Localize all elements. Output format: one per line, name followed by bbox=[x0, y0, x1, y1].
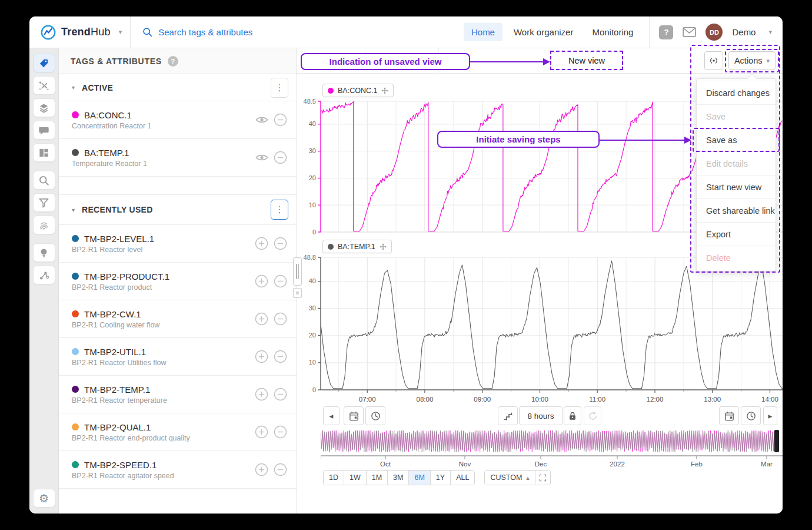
live-mode-button[interactable] bbox=[704, 51, 723, 70]
end-time-button[interactable] bbox=[741, 406, 761, 425]
add-circle-icon[interactable] bbox=[255, 274, 268, 288]
remove-circle-icon[interactable] bbox=[274, 312, 287, 326]
sidebar-search-button[interactable] bbox=[33, 171, 55, 190]
nav-link-monitoring[interactable]: Monitoring bbox=[584, 23, 641, 41]
remove-circle-icon[interactable] bbox=[274, 274, 287, 288]
remove-circle-icon[interactable] bbox=[274, 113, 287, 127]
lock-duration-button[interactable] bbox=[564, 406, 581, 425]
user-name[interactable]: Demo bbox=[732, 27, 756, 37]
tag-row[interactable]: TM-BP2-LEVEL.1BP2-R1 Reactor level bbox=[59, 225, 297, 263]
trend-chart-temp[interactable]: 01020304048.807:0008:0009:0010:0011:0012… bbox=[297, 251, 783, 422]
tag-row-controls bbox=[255, 312, 287, 326]
start-time-button[interactable] bbox=[365, 406, 385, 425]
pan-left-button[interactable]: ◂ bbox=[323, 406, 340, 425]
end-date-button[interactable] bbox=[719, 406, 739, 425]
eye-icon[interactable] bbox=[255, 153, 268, 162]
menu-item-export[interactable]: Export bbox=[697, 222, 776, 246]
add-circle-icon[interactable] bbox=[255, 350, 268, 363]
remove-circle-icon[interactable] bbox=[274, 237, 287, 250]
move-icon[interactable] bbox=[381, 87, 388, 94]
start-date-button[interactable] bbox=[344, 406, 364, 425]
remove-circle-icon[interactable] bbox=[274, 425, 287, 439]
svg-text:48.8: 48.8 bbox=[304, 254, 316, 261]
tag-row[interactable]: TM-BP2-QUAL.1BP2-R1 Reactor end-product … bbox=[59, 413, 297, 451]
chevron-down-icon[interactable]: ▾ bbox=[768, 28, 772, 36]
legend-chip-conc[interactable]: BA:CONC.1 bbox=[322, 84, 394, 97]
actions-button[interactable]: Actions ▾ bbox=[728, 51, 776, 70]
menu-item-start-new-view[interactable]: Start new view bbox=[697, 175, 776, 198]
avatar[interactable]: DD bbox=[705, 24, 723, 41]
expand-icon bbox=[539, 474, 547, 482]
add-circle-icon[interactable] bbox=[255, 312, 268, 326]
svg-text:40: 40 bbox=[309, 277, 316, 284]
preset-6m[interactable]: 6M bbox=[408, 471, 430, 485]
svg-text:10: 10 bbox=[309, 201, 316, 208]
sidebar-fingerprint-button[interactable] bbox=[33, 216, 55, 234]
brand[interactable]: TrendHub ▾ bbox=[29, 16, 131, 48]
sidebar-comment-button[interactable] bbox=[33, 121, 55, 140]
sidebar-settings-button[interactable]: ⚙ bbox=[33, 489, 55, 508]
tag-info: TM-BP2-QUAL.1BP2-R1 Reactor end-product … bbox=[72, 422, 250, 442]
custom-range-button[interactable]: CUSTOM ▴ bbox=[485, 471, 534, 485]
remove-circle-icon[interactable] bbox=[274, 350, 287, 363]
section-header-active[interactable]: ▾ACTIVE⋮ bbox=[59, 74, 297, 101]
chevron-up-icon: ▴ bbox=[526, 474, 530, 482]
nav-link-work-organizer[interactable]: Work organizer bbox=[506, 23, 581, 41]
tag-name: TM-BP2-TEMP.1 bbox=[84, 385, 150, 395]
menu-item-discard-changes[interactable]: Discard changes bbox=[697, 81, 776, 104]
view-title[interactable]: New view bbox=[550, 51, 623, 70]
preset-1y[interactable]: 1Y bbox=[430, 471, 450, 485]
duration-button[interactable]: 8 hours bbox=[519, 406, 563, 425]
sidebar-filter-button[interactable] bbox=[33, 193, 55, 212]
panel-resize-handle[interactable] bbox=[293, 257, 302, 286]
mail-icon[interactable] bbox=[683, 27, 696, 37]
sidebar-layers-button[interactable] bbox=[33, 98, 55, 117]
add-circle-icon[interactable] bbox=[255, 387, 268, 401]
tag-color-dot bbox=[72, 461, 79, 468]
sidebar-lightbulb-button[interactable] bbox=[33, 243, 55, 262]
sidebar-tag-button[interactable] bbox=[33, 54, 55, 72]
add-circle-icon[interactable] bbox=[255, 425, 268, 439]
add-circle-icon[interactable] bbox=[255, 463, 268, 476]
remove-circle-icon[interactable] bbox=[274, 387, 287, 401]
section-header-recently-used[interactable]: ▾RECENTLY USED⋮ bbox=[59, 194, 297, 225]
help-icon[interactable]: ? bbox=[659, 25, 673, 39]
panel-help-icon[interactable]: ? bbox=[168, 56, 178, 67]
menu-item-get-shareable-link[interactable]: Get shareable link bbox=[697, 198, 776, 222]
menu-item-save-as[interactable]: Save as bbox=[697, 128, 776, 151]
sidebar-graph-button[interactable] bbox=[33, 266, 55, 284]
chevron-down-icon[interactable]: ▾ bbox=[119, 28, 122, 36]
preset-1w[interactable]: 1W bbox=[344, 471, 366, 485]
preset-1d[interactable]: 1D bbox=[324, 471, 344, 485]
svg-text:30: 30 bbox=[309, 147, 316, 154]
preset-3m[interactable]: 3M bbox=[387, 471, 408, 485]
move-icon[interactable] bbox=[380, 243, 387, 250]
preset-all[interactable]: ALL bbox=[450, 471, 474, 485]
search-bar[interactable]: Search tags & attributes bbox=[131, 27, 464, 37]
section-menu-button[interactable]: ⋮ bbox=[271, 200, 288, 220]
expand-range-button[interactable] bbox=[535, 471, 550, 485]
menu-item-delete: Delete bbox=[697, 246, 776, 269]
tag-row[interactable]: TM-BP2-PRODUCT.1BP2-R1 Reactor product bbox=[59, 263, 297, 300]
tag-row[interactable]: TM-BP2-SPEED.1BP2-R1 Reactor agitator sp… bbox=[59, 451, 297, 489]
remove-circle-icon[interactable] bbox=[274, 463, 287, 476]
tag-row-controls bbox=[255, 387, 287, 401]
pan-right-button[interactable]: ▸ bbox=[763, 406, 777, 425]
tag-row[interactable]: TM-BP2-CW.1BP2-R1 Cooling water flow bbox=[59, 300, 297, 338]
eye-icon[interactable] bbox=[255, 115, 268, 124]
tag-row[interactable]: BA:CONC.1Concentration Reactor 1 bbox=[59, 101, 297, 139]
legend-chip-temp[interactable]: BA:TEMP.1 bbox=[322, 240, 392, 253]
section-menu-button[interactable]: ⋮ bbox=[271, 78, 288, 98]
panel-collapse-button[interactable]: ✕ bbox=[293, 288, 302, 298]
compare-mode-button[interactable] bbox=[498, 406, 518, 425]
tag-row[interactable]: BA:TEMP.1Temperature Reactor 1 bbox=[59, 139, 297, 177]
tag-row[interactable]: TM-BP2-TEMP.1BP2-R1 Reactor temperature bbox=[59, 376, 297, 413]
add-circle-icon[interactable] bbox=[255, 237, 268, 250]
tag-row[interactable]: TM-BP2-UTIL.1BP2-R1 Reactor Utilities fl… bbox=[59, 338, 297, 376]
nav-link-home[interactable]: Home bbox=[464, 23, 502, 41]
sidebar-formula-button[interactable] bbox=[33, 76, 55, 95]
context-bar[interactable]: OctNovDec2022FebMar bbox=[321, 430, 783, 468]
sidebar-dashboard-button[interactable] bbox=[33, 143, 55, 162]
preset-1m[interactable]: 1M bbox=[366, 471, 387, 485]
remove-circle-icon[interactable] bbox=[274, 151, 287, 164]
